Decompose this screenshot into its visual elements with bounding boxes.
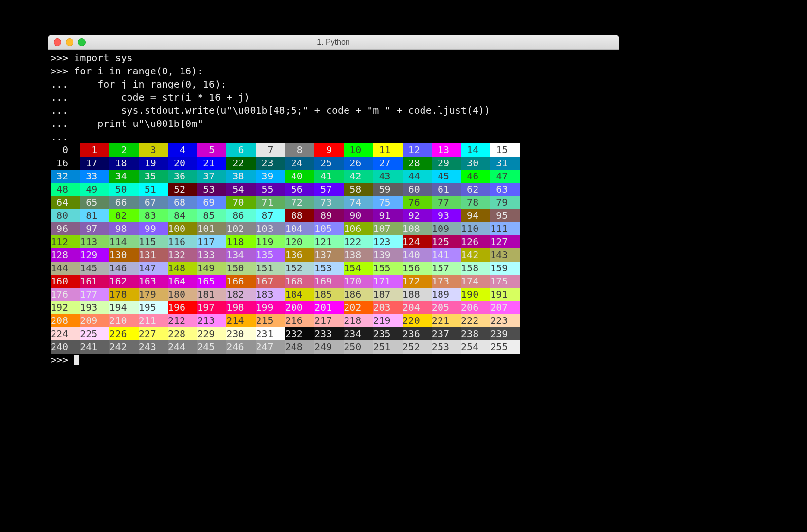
color-cell: 92 xyxy=(403,209,432,222)
color-cell: 106 xyxy=(344,222,373,235)
color-cell: 166 xyxy=(226,275,256,288)
color-cell: 104 xyxy=(285,222,314,235)
color-cell: 236 xyxy=(403,327,432,340)
color-cell: 31 xyxy=(490,157,519,170)
color-cell: 229 xyxy=(197,327,226,340)
code-line: >>> for i in range(0, 16): xyxy=(51,65,616,78)
color-cell: 192 xyxy=(51,301,80,314)
color-cell: 169 xyxy=(314,275,344,288)
color-cell: 126 xyxy=(461,235,490,248)
color-cell: 17 xyxy=(80,157,109,170)
color-cell: 254 xyxy=(461,340,490,354)
color-cell: 222 xyxy=(461,314,490,327)
color-cell: 20 xyxy=(168,157,197,170)
color-cell: 40 xyxy=(285,170,314,183)
color-cell: 253 xyxy=(432,340,461,354)
traffic-lights xyxy=(54,38,86,46)
terminal-body[interactable]: >>> import sys>>> for i in range(0, 16):… xyxy=(48,50,619,386)
color-cell: 0 xyxy=(51,143,80,157)
color-cell: 115 xyxy=(139,235,168,248)
zoom-icon[interactable] xyxy=(78,38,86,46)
color-cell: 109 xyxy=(432,222,461,235)
color-cell: 205 xyxy=(432,301,461,314)
color-cell: 207 xyxy=(490,301,519,314)
color-cell: 225 xyxy=(80,327,109,340)
color-cell: 233 xyxy=(314,327,344,340)
color-cell: 193 xyxy=(80,301,109,314)
color-cell: 213 xyxy=(197,314,226,327)
color-row: 160 161 162 163 164 165 166 167 168 169 … xyxy=(51,275,616,288)
color-cell: 132 xyxy=(168,248,197,262)
color-cell: 42 xyxy=(344,170,373,183)
color-cell: 7 xyxy=(256,143,285,157)
color-cell: 133 xyxy=(197,248,226,262)
color-cell: 188 xyxy=(403,288,432,301)
color-cell: 23 xyxy=(256,157,285,170)
color-row: 32 33 34 35 36 37 38 39 40 41 42 43 44 4… xyxy=(51,170,616,183)
color-cell: 26 xyxy=(344,157,373,170)
color-cell: 22 xyxy=(226,157,256,170)
color-cell: 144 xyxy=(51,262,80,275)
color-cell: 162 xyxy=(109,275,138,288)
color-cell: 138 xyxy=(344,248,373,262)
close-icon[interactable] xyxy=(54,38,61,46)
color-cell: 19 xyxy=(139,157,168,170)
color-cell: 61 xyxy=(432,183,461,196)
color-cell: 179 xyxy=(139,288,168,301)
terminal-window: 1. Python >>> import sys>>> for i in ran… xyxy=(48,35,619,386)
color-row: 208 209 210 211 212 213 214 215 216 217 … xyxy=(51,314,616,327)
color-cell: 110 xyxy=(461,222,490,235)
color-cell: 180 xyxy=(168,288,197,301)
color-cell: 67 xyxy=(139,196,168,209)
color-cell: 103 xyxy=(256,222,285,235)
color-cell: 78 xyxy=(461,196,490,209)
color-cell: 54 xyxy=(226,183,256,196)
color-cell: 227 xyxy=(139,327,168,340)
code-line: >>> import sys xyxy=(51,52,616,65)
color-cell: 55 xyxy=(256,183,285,196)
color-cell: 44 xyxy=(403,170,432,183)
color-cell: 220 xyxy=(403,314,432,327)
color-cell: 130 xyxy=(109,248,138,262)
color-cell: 184 xyxy=(285,288,314,301)
color-cell: 112 xyxy=(51,235,80,248)
color-cell: 21 xyxy=(197,157,226,170)
color-cell: 57 xyxy=(314,183,344,196)
color-cell: 129 xyxy=(80,248,109,262)
color-cell: 189 xyxy=(432,288,461,301)
color-cell: 91 xyxy=(373,209,402,222)
color-cell: 36 xyxy=(168,170,197,183)
color-cell: 232 xyxy=(285,327,314,340)
color-cell: 59 xyxy=(373,183,402,196)
color-cell: 86 xyxy=(226,209,256,222)
minimize-icon[interactable] xyxy=(66,38,73,46)
color-cell: 228 xyxy=(168,327,197,340)
color-cell: 95 xyxy=(490,209,519,222)
color-cell: 183 xyxy=(256,288,285,301)
color-cell: 8 xyxy=(285,143,314,157)
color-cell: 47 xyxy=(490,170,519,183)
color-cell: 242 xyxy=(109,340,138,354)
color-cell: 13 xyxy=(432,143,461,157)
color-cell: 70 xyxy=(226,196,256,209)
color-cell: 56 xyxy=(285,183,314,196)
color-cell: 71 xyxy=(256,196,285,209)
color-cell: 244 xyxy=(168,340,197,354)
color-cell: 46 xyxy=(461,170,490,183)
color-cell: 211 xyxy=(139,314,168,327)
color-cell: 251 xyxy=(373,340,402,354)
color-cell: 51 xyxy=(139,183,168,196)
window-titlebar[interactable]: 1. Python xyxy=(48,35,619,50)
color-row: 240 241 242 243 244 245 246 247 248 249 … xyxy=(51,340,616,354)
color-cell: 18 xyxy=(109,157,138,170)
color-cell: 159 xyxy=(490,262,519,275)
color-cell: 73 xyxy=(314,196,344,209)
color-cell: 60 xyxy=(403,183,432,196)
color-cell: 218 xyxy=(344,314,373,327)
color-cell: 49 xyxy=(80,183,109,196)
color-cell: 28 xyxy=(403,157,432,170)
color-cell: 203 xyxy=(373,301,402,314)
color-cell: 252 xyxy=(403,340,432,354)
color-cell: 123 xyxy=(373,235,402,248)
color-cell: 202 xyxy=(344,301,373,314)
